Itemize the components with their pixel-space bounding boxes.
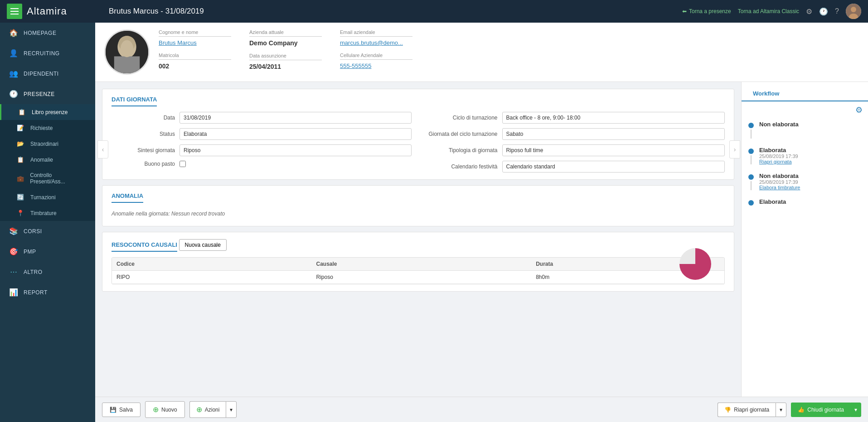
sidebar-item-recruiting[interactable]: 👤 RECRUITING xyxy=(0,43,95,63)
workflow-gear-icon[interactable]: ⚙ xyxy=(855,105,863,115)
azioni-split-btn: ⊕ Azioni ▾ xyxy=(189,401,237,418)
gear-icon[interactable]: ⚙ xyxy=(806,7,812,16)
save-label: Salva xyxy=(119,407,133,413)
chiudi-split-btn: 👍 Chiudi giornata ▾ xyxy=(791,403,861,417)
workflow-step: Elaborata xyxy=(748,198,861,206)
new-button[interactable]: ⊕ Nuovo xyxy=(145,401,185,418)
status-input[interactable] xyxy=(179,128,412,140)
data-row: Data xyxy=(112,112,412,124)
anomalia-title: ANOMALIA xyxy=(112,192,143,203)
email-value[interactable]: marcus.brutus@demo... xyxy=(340,39,412,46)
azienda-value: Demo Company xyxy=(249,39,322,47)
sidebar-item-controllo-presenti[interactable]: 💼 Controllo Presenti/Ass... xyxy=(0,168,95,189)
cellulare-value[interactable]: 555-555555 xyxy=(340,62,412,69)
sidebar-item-altro[interactable]: ⋯ ALTRO xyxy=(0,262,95,282)
hamburger-button[interactable] xyxy=(7,4,22,19)
riapri-split-btn: 👎 Riapri giornata ▾ xyxy=(718,403,786,417)
riapri-dropdown-button[interactable]: ▾ xyxy=(776,403,786,417)
giornata-ciclo-label: Giornata del ciclo turnazione xyxy=(425,131,498,137)
nav-arrow-left[interactable]: ‹ xyxy=(97,140,108,158)
svg-rect-6 xyxy=(114,56,140,73)
sidebar: 🏠 HOMEPAGE 👤 RECRUITING 👥 DIPENDENTI 🕐 P… xyxy=(0,23,95,422)
sidebar-label-pmp: PMP xyxy=(24,249,36,255)
sidebar-item-richieste[interactable]: 📝 Richieste xyxy=(0,120,95,136)
sidebar-item-report[interactable]: 📊 REPORT xyxy=(0,282,95,302)
svg-point-7 xyxy=(121,40,133,58)
riapri-main-button[interactable]: 👎 Riapri giornata xyxy=(718,403,776,417)
sidebar-label-timbrature: Timbrature xyxy=(30,210,57,216)
sidebar-item-libro-presenze[interactable]: 📋 Libro presenze xyxy=(0,104,95,120)
azioni-main-button[interactable]: ⊕ Azioni xyxy=(189,401,226,418)
back-button[interactable]: ⬅ Torna a presenze xyxy=(682,8,731,14)
sidebar-item-timbrature[interactable]: 📍 Timbrature xyxy=(0,205,95,221)
anomalia-text: Anomalie nella giornata: Nessun record t… xyxy=(112,208,725,219)
dati-giornata-title: DATI GIORNATA xyxy=(112,96,157,106)
buono-row: Buono pasto xyxy=(112,161,412,167)
calendario-input[interactable] xyxy=(502,161,725,173)
assunzione-label: Data assunzione xyxy=(249,53,322,60)
corsi-icon: 📚 xyxy=(9,227,18,235)
clock-icon[interactable]: 🕐 xyxy=(819,7,828,16)
right-col: Ciclo di turnazione Giornata del ciclo t… xyxy=(425,112,725,173)
cognome-nome-value[interactable]: Brutus Marcus xyxy=(159,39,231,46)
sidebar-item-homepage[interactable]: 🏠 HOMEPAGE xyxy=(0,23,95,43)
sidebar-item-straordinari[interactable]: 📂 Straordinari xyxy=(0,136,95,152)
table-header-row: Codice Causale Durata xyxy=(112,258,724,271)
straordinari-icon: 📂 xyxy=(16,140,25,147)
libro-presenze-icon: 📋 xyxy=(17,109,26,115)
chiudi-label: Chiudi giornata xyxy=(807,407,844,413)
sidebar-item-turnazioni[interactable]: 🔄 Turnazioni xyxy=(0,189,95,205)
cell-codice: RIPO xyxy=(112,271,312,284)
avatar[interactable] xyxy=(846,4,861,19)
sidebar-item-corsi[interactable]: 📚 CORSI xyxy=(0,221,95,241)
nuova-causale-button[interactable]: Nuova causale xyxy=(179,239,227,251)
sidebar-item-anomalie[interactable]: 📋 Anomalie xyxy=(0,152,95,168)
step-info: Elaborata xyxy=(759,198,861,205)
resoconto-section: RESOCONTO CAUSALI Nuova causale Codice C… xyxy=(102,232,734,292)
workflow-tab[interactable]: Workflow xyxy=(746,86,786,101)
sidebar-label-anomalie: Anomalie xyxy=(30,157,53,163)
riapri-label: Riapri giornata xyxy=(734,407,769,413)
richieste-icon: 📝 xyxy=(16,125,25,131)
sidebar-label-altro: ALTRO xyxy=(24,269,43,275)
azienda-label: Azienda attuale xyxy=(249,29,322,37)
help-icon[interactable]: ? xyxy=(835,7,839,15)
step-dot-col xyxy=(748,121,754,140)
email-label: Email aziendale xyxy=(340,29,412,37)
giornata-ciclo-input[interactable] xyxy=(502,128,725,140)
data-input[interactable] xyxy=(179,112,412,124)
presenze-icon: 🕐 xyxy=(9,90,18,98)
ciclo-input[interactable] xyxy=(502,112,725,124)
new-label: Nuovo xyxy=(161,407,177,413)
chiudi-dropdown-button[interactable]: ▾ xyxy=(850,403,861,417)
sidebar-label-turnazioni: Turnazioni xyxy=(30,194,56,201)
workflow-step: Non elaborata xyxy=(748,121,861,140)
employee-fields: Cognome e nome Brutus Marcus Matricola 0… xyxy=(159,29,859,70)
top-header: Altamira Brutus Marcus - 31/08/2019 ⬅ To… xyxy=(0,0,868,23)
tipologia-input[interactable] xyxy=(502,144,725,156)
chiudi-icon: 👍 xyxy=(798,407,805,413)
sintesi-input[interactable] xyxy=(179,144,412,156)
azioni-dropdown-button[interactable]: ▾ xyxy=(226,401,237,418)
assunzione-value: 25/04/2011 xyxy=(249,63,322,70)
sidebar-item-pmp[interactable]: 🎯 PMP xyxy=(0,241,95,262)
chiudi-main-button[interactable]: 👍 Chiudi giornata xyxy=(791,403,850,417)
workflow-header: ⚙ xyxy=(742,101,868,119)
sidebar-item-presenze[interactable]: 🕐 PRESENZE xyxy=(0,84,95,104)
matricola-label: Matricola xyxy=(159,53,231,60)
buono-label: Buono pasto xyxy=(112,161,175,167)
altro-icon: ⋯ xyxy=(9,268,18,276)
col-codice: Codice xyxy=(112,258,312,271)
svg-point-1 xyxy=(851,7,856,12)
step-action-link[interactable]: Elabora timbrature xyxy=(759,185,861,190)
scrollable-content: DATI GIORNATA Data Status xyxy=(95,82,741,397)
avatar-image xyxy=(846,4,861,19)
save-button[interactable]: 💾 Salva xyxy=(102,403,141,417)
step-action-link[interactable]: Riapri giornata xyxy=(759,159,861,164)
sidebar-item-dipendenti[interactable]: 👥 DIPENDENTI xyxy=(0,63,95,84)
nav-arrow-right[interactable]: › xyxy=(729,140,740,158)
buono-checkbox[interactable] xyxy=(179,161,186,167)
classic-link[interactable]: Torna ad Altamira Classic xyxy=(738,8,799,14)
azioni-icon: ⊕ xyxy=(196,405,202,414)
status-row: Status xyxy=(112,128,412,140)
